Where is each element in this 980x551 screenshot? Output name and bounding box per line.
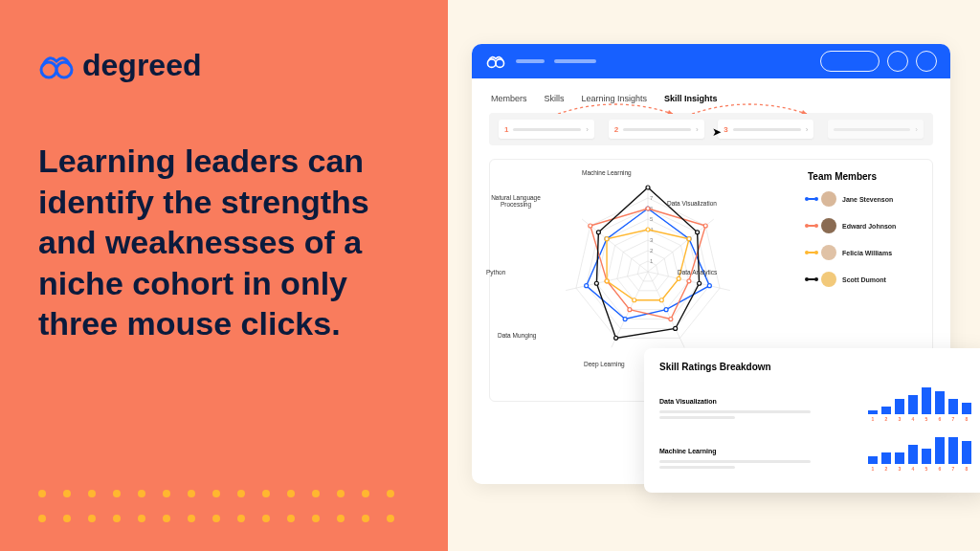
svg-point-36	[633, 298, 636, 302]
app-header-logo-icon	[485, 54, 506, 69]
svg-point-20	[707, 284, 711, 288]
svg-point-23	[585, 284, 589, 288]
bar-label: 6	[939, 466, 942, 472]
tab-members[interactable]: Members	[491, 94, 527, 103]
svg-point-25	[646, 207, 650, 210]
bar	[962, 403, 971, 414]
svg-text:7: 7	[650, 195, 654, 201]
bar-label: 8	[966, 416, 969, 422]
chevron-right-icon: ›	[806, 125, 809, 134]
member-color-indicator	[808, 225, 815, 227]
svg-text:2: 2	[650, 248, 654, 253]
svg-point-43	[614, 336, 618, 340]
stepper: 1 › 2 › 3 › ➤ ›	[489, 113, 933, 145]
step-3[interactable]: 3 › ➤	[718, 120, 813, 139]
svg-point-40	[696, 231, 700, 234]
header-action-1[interactable]	[887, 51, 908, 72]
bar-label: 7	[952, 466, 955, 472]
avatar	[821, 245, 836, 260]
team-member[interactable]: Jane Stevenson	[808, 191, 923, 207]
bar	[908, 445, 918, 464]
bar-label: 7	[952, 416, 955, 422]
bar	[948, 399, 958, 414]
radar-label: Data Munging	[498, 332, 536, 339]
step-2[interactable]: 2 ›	[609, 120, 704, 139]
member-color-indicator	[808, 252, 815, 253]
radar-label: Python	[486, 269, 505, 276]
tab-learning-insights[interactable]: Learning Insights	[582, 94, 648, 103]
svg-point-45	[596, 231, 600, 234]
svg-point-31	[589, 224, 592, 228]
cursor-icon: ➤	[712, 125, 722, 139]
bar-label: 5	[925, 416, 928, 422]
app-window: Members Skills Learning Insights Skill I…	[472, 44, 950, 484]
svg-point-22	[623, 318, 627, 321]
bar	[895, 399, 904, 414]
bar	[935, 437, 945, 464]
bar	[868, 456, 878, 464]
bar	[881, 452, 891, 464]
bar-chart: 12345678	[868, 433, 971, 472]
svg-point-35	[659, 298, 663, 302]
svg-text:5: 5	[650, 216, 654, 222]
chevron-right-icon: ›	[696, 125, 699, 134]
svg-point-41	[698, 281, 702, 285]
bar-label: 2	[885, 416, 888, 422]
radar-label: Data Visualization	[667, 200, 717, 207]
svg-point-32	[646, 228, 650, 231]
bar	[935, 391, 945, 414]
radar-label: Deep Learning	[584, 361, 625, 367]
svg-point-39	[646, 186, 650, 189]
bar	[881, 407, 891, 414]
tab-skills[interactable]: Skills	[545, 94, 565, 103]
bar	[962, 441, 971, 464]
bar-label: 1	[872, 466, 875, 472]
header-search[interactable]	[820, 51, 880, 72]
svg-point-21	[664, 308, 668, 312]
bar-label: 1	[872, 416, 875, 422]
skill-name: Machine Learning	[659, 448, 849, 454]
decorative-dots	[38, 490, 394, 522]
tab-skill-insights[interactable]: Skill Insights	[664, 94, 718, 103]
app-header	[472, 44, 950, 78]
skill-breakdown-card: Skill Ratings Breakdown Data Visualizati…	[644, 348, 980, 493]
step-1[interactable]: 1 ›	[499, 120, 594, 139]
bar	[868, 410, 878, 414]
svg-point-27	[687, 279, 691, 283]
svg-text:1: 1	[650, 258, 654, 264]
svg-text:3: 3	[650, 237, 654, 243]
svg-point-44	[594, 281, 598, 285]
skill-row: Machine Learning12345678	[659, 433, 971, 472]
headline: Learning leaders can identify the streng…	[38, 141, 402, 344]
svg-point-42	[674, 326, 678, 330]
svg-point-37	[605, 279, 609, 283]
team-title: Team Members	[808, 171, 923, 182]
team-member[interactable]: Felicia Williams	[808, 245, 923, 260]
svg-point-26	[703, 224, 707, 228]
bar-label: 8	[966, 466, 969, 472]
member-name: Jane Stevenson	[842, 196, 893, 203]
header-placeholder	[554, 59, 596, 63]
svg-point-34	[677, 276, 680, 280]
step-next[interactable]: ›	[828, 120, 924, 139]
bar-label: 2	[885, 466, 888, 472]
member-color-indicator	[808, 278, 815, 280]
header-action-2[interactable]	[916, 51, 937, 72]
brand-logo: degreed	[38, 48, 410, 83]
bar	[922, 449, 931, 464]
avatar	[821, 191, 836, 207]
bar	[908, 395, 918, 414]
bar	[922, 387, 931, 414]
avatar	[821, 272, 836, 287]
team-member[interactable]: Edward Johnson	[808, 218, 923, 233]
svg-point-28	[669, 318, 673, 321]
bar-label: 3	[899, 466, 902, 472]
degreed-logo-icon	[38, 52, 75, 80]
brand-name: degreed	[82, 48, 201, 83]
svg-point-38	[605, 237, 609, 241]
bar	[948, 437, 958, 464]
team-member[interactable]: Scott Dumont	[808, 272, 923, 287]
bar-chart: 12345678	[868, 384, 971, 422]
bar-label: 4	[912, 466, 915, 472]
bar-label: 4	[912, 416, 915, 422]
